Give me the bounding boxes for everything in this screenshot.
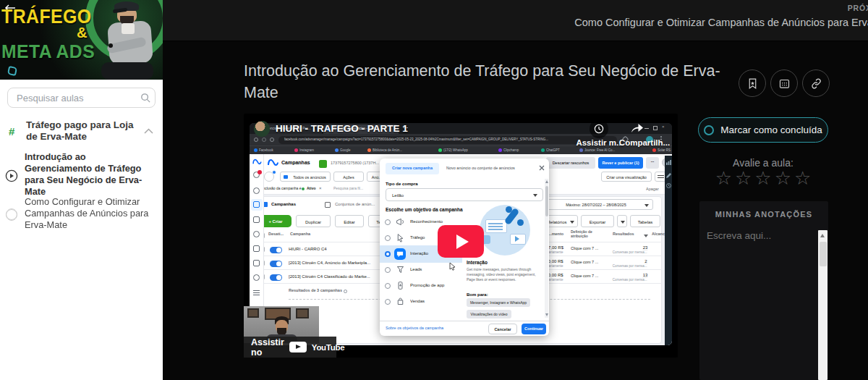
chevron-up-icon[interactable] xyxy=(144,128,153,134)
fb-all-ads-button: Todos os anúncios xyxy=(280,172,331,182)
campaign-result: 23 xyxy=(642,245,647,250)
campaign-attr: Clique com 7 ... xyxy=(571,246,598,251)
share-label[interactable]: Compartilh... xyxy=(617,138,672,147)
radio-icon xyxy=(385,283,391,289)
notes-panel: MINHAS ANOTAÇÕES xyxy=(699,201,828,380)
engagement-icon-tile xyxy=(394,248,406,260)
module-hash-icon: # xyxy=(9,125,14,138)
watch-on-youtube-link[interactable]: Assistir no YouTube xyxy=(244,337,336,358)
lesson-title: Introdução ao Gerenciamento de Tráfego p… xyxy=(25,151,152,198)
window-maximize-icon xyxy=(653,126,658,130)
radio-icon xyxy=(385,299,391,305)
leads-icon xyxy=(396,265,405,274)
search-box xyxy=(7,88,156,108)
filter-remove-icon: × xyxy=(319,185,322,191)
page-title: Introdução ao Gerenciamento de Tráfego p… xyxy=(244,61,736,104)
modal-tag: Messenger, Instagram e WhatsApp xyxy=(467,298,530,307)
fb-date-range: Máximo: 28/07/2022 – 28/08/2025 xyxy=(533,199,653,210)
campaign-name: [2013] Citroën C4, Anúncio do Marketpla.… xyxy=(289,260,370,266)
strip-chart-icon xyxy=(666,160,671,165)
bookmark-item: Clipchamp xyxy=(503,148,519,153)
sidebar-lesson-current[interactable]: Introdução ao Gerenciamento de Tráfego p… xyxy=(0,151,163,193)
bookmark-button[interactable] xyxy=(739,69,766,97)
instructor-watch xyxy=(109,43,113,48)
bookmark-item: Jounce: Free AI Co... xyxy=(584,148,615,153)
youtube-logo-icon xyxy=(289,342,307,352)
copy-link-button[interactable] xyxy=(802,69,830,97)
star-icon[interactable]: ☆ xyxy=(754,169,771,187)
fb-tab-adsets: Conjuntos de anún... xyxy=(335,201,375,207)
next-lesson-label: PRÓXIMO xyxy=(848,4,868,12)
rail-menu-icon xyxy=(253,290,260,291)
fb-publish-button: Rever e publicar (1) xyxy=(598,157,643,169)
fb-export-button: Exportar xyxy=(581,215,614,227)
rail-campaigns-icon xyxy=(253,201,260,208)
modal-continue-button: Continuar xyxy=(522,324,546,334)
bookmark-item: Solar RS · NF-e · R... xyxy=(658,148,672,153)
rail-ads-icon xyxy=(253,260,260,266)
star-icon[interactable]: ☆ xyxy=(794,169,811,187)
awareness-icon xyxy=(396,217,405,227)
col-header: Resultados xyxy=(613,232,634,237)
play-button[interactable] xyxy=(438,225,484,258)
sidebar-lesson-next[interactable]: Como Configurar e Otimizar Campanhas de … xyxy=(0,195,163,237)
campaign-result-sub: Conversas por mensa... xyxy=(613,264,647,269)
campaign-name: [2013] Citroën C4 Classificado do Marke.… xyxy=(289,274,370,279)
col-header: Campanha xyxy=(290,232,310,237)
video-player[interactable]: gerenciador de anuncios - Pes... (9) Ges… xyxy=(244,114,678,358)
channel-avatar[interactable] xyxy=(254,121,270,137)
meta-rail-icon xyxy=(252,159,262,165)
objective-label: Leads xyxy=(410,266,422,272)
watch-later-button[interactable] xyxy=(590,119,608,138)
radio-selected-icon xyxy=(385,251,391,257)
fb-actions-button: Ações xyxy=(333,172,364,182)
modal-scrollbar xyxy=(545,179,548,318)
modal-info-text: Get more messages, purchases through mes… xyxy=(467,267,545,282)
star-icon[interactable]: ☆ xyxy=(775,169,791,187)
meta-logo-icon xyxy=(267,159,278,166)
window-minimize-icon xyxy=(644,128,649,129)
col-header: Definição de atribuição xyxy=(571,229,601,238)
notes-textarea[interactable] xyxy=(707,230,815,375)
url-pill: facebook.com/adsmanager/manage/campaigns… xyxy=(278,136,617,144)
radio-icon xyxy=(385,267,391,273)
fb-more-button: ... xyxy=(646,157,659,169)
star-icon[interactable]: ☆ xyxy=(715,169,732,187)
campaign-attr: Clique com 7 ... xyxy=(571,260,598,265)
objective-label: Reconhecimento xyxy=(410,219,443,224)
modal-cancel-button: Cancelar xyxy=(488,324,517,334)
recorded-side-strip xyxy=(665,156,672,345)
complete-circle-icon xyxy=(704,125,714,135)
module-header[interactable]: # Tráfego pago para Loja de Erva-Mate xyxy=(0,116,163,151)
modal-tab-active: Criar nova campanha xyxy=(386,163,439,174)
rail-pages-icon xyxy=(253,216,260,223)
scroll-up-icon[interactable] xyxy=(820,234,825,237)
rail-clock-icon xyxy=(253,187,260,194)
app-promo-icon xyxy=(396,281,405,290)
search-icon[interactable] xyxy=(140,93,151,104)
rail-audience-icon xyxy=(253,231,260,237)
rail-account-icon xyxy=(253,274,260,281)
watch-on-label: Assistir no xyxy=(251,337,284,358)
fb-search-badge xyxy=(272,170,276,174)
adsets-icon xyxy=(325,202,331,208)
video-title-link[interactable]: HIURI - TRAFEGO - PARTE 1 xyxy=(276,123,408,134)
fb-clear-link: Apagar xyxy=(646,187,659,192)
next-lesson-title[interactable]: Como Configurar e Otimizar Campanhas de … xyxy=(574,17,868,28)
modal-buy-type-label: Tipo de compra xyxy=(386,181,418,187)
scroll-thumb[interactable] xyxy=(820,242,827,266)
fb-export-caret xyxy=(617,215,627,227)
search-input[interactable] xyxy=(17,89,138,106)
nav-refresh-icon xyxy=(270,138,274,142)
modal-info-title: Interação xyxy=(467,260,488,266)
mark-complete-label: Marcar como concluída xyxy=(720,124,822,135)
notes-calendar-button[interactable] xyxy=(770,69,798,97)
modal-tag: Visualizações do vídeo xyxy=(467,310,511,318)
browser-menu-icon xyxy=(660,136,662,138)
mark-complete-button[interactable]: Marcar como concluída xyxy=(698,117,828,143)
col-header: ...mento xyxy=(548,232,563,237)
star-icon[interactable]: ☆ xyxy=(735,169,752,187)
share-icon[interactable] xyxy=(630,122,644,133)
fb-page-title: Campanhas xyxy=(281,159,310,166)
notes-scrollbar[interactable] xyxy=(818,230,827,380)
